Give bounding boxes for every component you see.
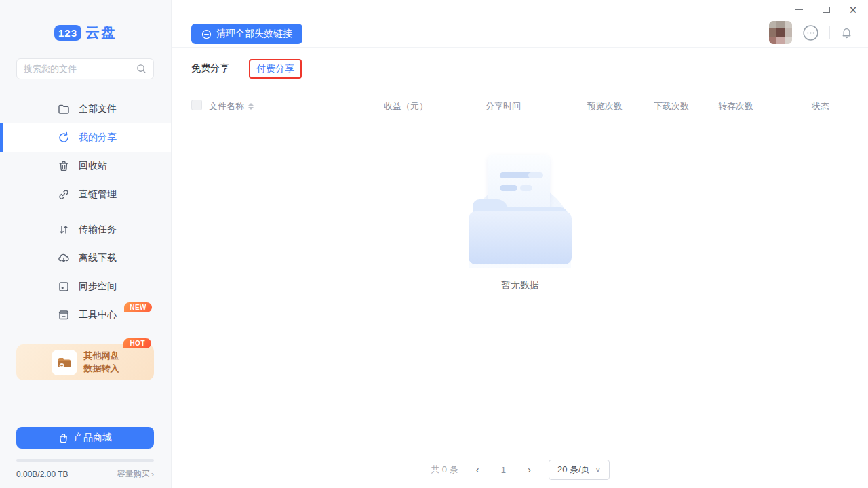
promo-line2: 数据转入 [84, 363, 119, 373]
minimize-button[interactable] [793, 4, 804, 15]
main-header: 清理全部失效链接 [172, 0, 868, 48]
shopping-bag-icon [58, 433, 68, 443]
transfer-icon [58, 224, 70, 236]
pagination: 共 0 条 ‹ 1 › 20 条/页 ∨ [172, 460, 868, 480]
share-icon [58, 131, 70, 144]
help-more-button[interactable] [802, 24, 819, 41]
page-size-select[interactable]: 20 条/页 ∨ [549, 460, 610, 480]
minus-circle-icon [201, 29, 212, 39]
sidebar-item-label: 直链管理 [79, 188, 117, 201]
sync-space-icon [58, 281, 70, 293]
sidebar-item-my-shares[interactable]: 我的分享 [0, 123, 171, 152]
vertical-divider [829, 26, 830, 39]
page-size-value: 20 条/页 [557, 464, 590, 476]
select-all-checkbox[interactable] [191, 100, 202, 110]
sidebar-nav-primary: 全部文件 我的分享 回收站 [0, 95, 171, 209]
clean-invalid-links-button[interactable]: 清理全部失效链接 [191, 24, 302, 44]
sidebar-item-offline-download[interactable]: 离线下载 [0, 244, 171, 272]
minimize-icon [795, 9, 803, 10]
main-panel: ✕ 清理全部失效链接 [172, 0, 868, 488]
sidebar-item-tool-center[interactable]: 工具中心 NEW [0, 301, 171, 329]
tab-free-share[interactable]: 免费分享 [191, 62, 229, 75]
app-window: 123 云盘 全部文件 我的分享 [0, 0, 868, 488]
maximize-icon [823, 7, 830, 13]
empty-state: 暂无数据 [172, 155, 868, 291]
hot-badge: HOT [123, 338, 151, 348]
chevron-right-icon: › [151, 469, 154, 479]
logo-title: 云盘 [85, 23, 117, 42]
promo-folder-icon [52, 350, 77, 375]
close-button[interactable]: ✕ [848, 4, 859, 15]
share-tabs: 免费分享 付费分享 [191, 59, 302, 78]
sidebar-item-label: 我的分享 [79, 131, 117, 144]
sidebar-item-label: 全部文件 [79, 103, 117, 115]
annotation-highlight: 付费分享 [249, 59, 302, 79]
buy-capacity-label: 容量购买 [117, 468, 150, 480]
clean-button-label: 清理全部失效链接 [216, 28, 292, 40]
search-icon [136, 64, 146, 74]
notifications-button[interactable] [840, 26, 853, 39]
window-controls: ✕ [793, 4, 859, 15]
user-cluster [769, 21, 853, 44]
table-header-row: 文件名称 收益（元） 分享时间 预览次数 下载次数 转存次数 状态 [172, 98, 868, 115]
sidebar-item-transfer-tasks[interactable]: 传输任务 [0, 216, 171, 244]
column-save-count: 转存次数 [718, 100, 753, 113]
storage-usage: 0.00B/2.00 TB [16, 470, 68, 479]
column-download-count: 下载次数 [654, 100, 689, 113]
sidebar-item-recycle-bin[interactable]: 回收站 [0, 152, 171, 180]
storage-row: 0.00B/2.00 TB 容量购买 › [16, 468, 154, 480]
total-count: 共 0 条 [431, 464, 458, 476]
promo-card-transfer-in[interactable]: HOT 其他网盘 数据转入 [16, 344, 154, 380]
avatar[interactable] [769, 21, 792, 44]
folder-icon [58, 103, 70, 115]
column-label: 文件名称 [209, 100, 244, 113]
product-store-button[interactable]: 产品商城 [16, 427, 154, 449]
sidebar-item-label: 同步空间 [79, 281, 117, 293]
sidebar-item-direct-links[interactable]: 直链管理 [0, 180, 171, 209]
sidebar-item-label: 工具中心 [79, 309, 117, 321]
store-button-label: 产品商城 [74, 432, 112, 444]
search-box[interactable] [16, 58, 154, 79]
chevron-down-icon: ∨ [595, 466, 601, 473]
column-status: 状态 [812, 100, 829, 113]
storage-progress-bar [16, 459, 154, 462]
prev-page-button[interactable]: ‹ [473, 463, 482, 476]
sidebar-item-all-files[interactable]: 全部文件 [0, 95, 171, 123]
column-file-name[interactable]: 文件名称 [209, 100, 254, 113]
close-icon: ✕ [849, 5, 858, 15]
sidebar: 123 云盘 全部文件 我的分享 [0, 0, 172, 488]
promo-text: 其他网盘 数据转入 [84, 350, 119, 375]
toolbox-icon [58, 309, 70, 321]
new-badge: NEW [124, 302, 152, 312]
sidebar-item-label: 回收站 [79, 160, 107, 172]
empty-state-text: 暂无数据 [172, 279, 868, 291]
app-logo: 123 云盘 [0, 23, 171, 42]
sort-icon[interactable] [248, 103, 254, 110]
column-share-time: 分享时间 [486, 100, 521, 113]
sidebar-item-label: 传输任务 [79, 224, 117, 236]
current-page[interactable]: 1 [496, 465, 510, 475]
bell-icon [840, 26, 853, 39]
column-preview-count: 预览次数 [587, 100, 623, 113]
promo-line1: 其他网盘 [84, 350, 119, 361]
search-input[interactable] [24, 64, 136, 74]
tab-divider [239, 64, 239, 73]
sidebar-item-sync-space[interactable]: 同步空间 [0, 272, 171, 301]
buy-capacity-link[interactable]: 容量购买 › [117, 468, 154, 480]
sidebar-nav-secondary: 传输任务 离线下载 同步空间 [0, 216, 171, 329]
link-icon [58, 188, 70, 201]
sidebar-item-label: 离线下载 [79, 252, 117, 264]
cloud-download-icon [58, 252, 70, 264]
next-page-button[interactable]: › [525, 463, 534, 476]
tab-paid-share[interactable]: 付费分享 [256, 63, 294, 74]
empty-folder-illustration [459, 155, 581, 268]
ellipsis-circle-icon [802, 24, 819, 41]
maximize-button[interactable] [821, 4, 831, 15]
column-income: 收益（元） [384, 100, 428, 113]
logo-123-icon: 123 [54, 25, 81, 41]
trash-icon [58, 160, 70, 172]
